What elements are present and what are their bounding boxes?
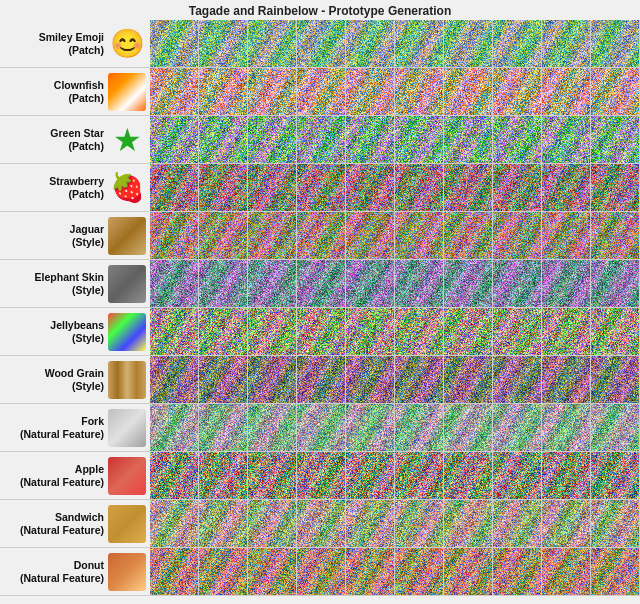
- grid-cell-strawberry-3: [297, 164, 346, 211]
- grid-row-elephant-skin: [150, 260, 640, 308]
- grid-cell-fork-3: [297, 404, 346, 451]
- label-icon-strawberry: 🍓: [108, 169, 146, 207]
- grid-cell-elephant-skin-5: [395, 260, 444, 307]
- grid-cell-smiley-emoji-3: [297, 20, 346, 67]
- grid-cell-green-star-8: [542, 116, 591, 163]
- label-icon-elephant-skin: [108, 265, 146, 303]
- grid-cell-clownfish-0: [150, 68, 199, 115]
- label-text-smiley-emoji: Smiley Emoji(Patch): [39, 31, 104, 56]
- grid-cell-green-star-5: [395, 116, 444, 163]
- label-row-strawberry: Strawberry(Patch)🍓: [0, 164, 150, 212]
- grid-cell-jaguar-5: [395, 212, 444, 259]
- grid-cell-clownfish-6: [444, 68, 493, 115]
- grid-cell-elephant-skin-3: [297, 260, 346, 307]
- grid-cell-green-star-6: [444, 116, 493, 163]
- grid-cell-smiley-emoji-2: [248, 20, 297, 67]
- grid-row-green-star: [150, 116, 640, 164]
- grid-cell-wood-grain-9: [591, 356, 640, 403]
- grid-cell-wood-grain-8: [542, 356, 591, 403]
- label-icon-green-star: ★: [108, 121, 146, 159]
- grid-cell-jaguar-2: [248, 212, 297, 259]
- grid-cell-elephant-skin-9: [591, 260, 640, 307]
- grid-cell-jellybeans-7: [493, 308, 542, 355]
- grid-cell-jellybeans-3: [297, 308, 346, 355]
- label-text-wood-grain: Wood Grain(Style): [45, 367, 104, 392]
- grid-cell-clownfish-9: [591, 68, 640, 115]
- label-icon-smiley-emoji: 😊: [108, 25, 146, 63]
- label-row-donut: Donut(Natural Feature): [0, 548, 150, 596]
- grid-cell-strawberry-7: [493, 164, 542, 211]
- labels-column: Smiley Emoji(Patch)😊Clownfish(Patch)Gree…: [0, 20, 150, 596]
- grid-cell-strawberry-9: [591, 164, 640, 211]
- grid-cell-fork-1: [199, 404, 248, 451]
- grid-cell-apple-4: [346, 452, 395, 499]
- grid-cell-sandwich-1: [199, 500, 248, 547]
- grid-cell-strawberry-0: [150, 164, 199, 211]
- grid-cell-jaguar-9: [591, 212, 640, 259]
- label-text-jellybeans: Jellybeans(Style): [50, 319, 104, 344]
- grid-cell-wood-grain-1: [199, 356, 248, 403]
- page-title: Tagade and Rainbelow - Prototype Generat…: [0, 0, 640, 20]
- grid-cell-donut-1: [199, 548, 248, 595]
- label-text-strawberry: Strawberry(Patch): [49, 175, 104, 200]
- grid-cell-clownfish-5: [395, 68, 444, 115]
- grid-row-donut: [150, 548, 640, 596]
- label-row-smiley-emoji: Smiley Emoji(Patch)😊: [0, 20, 150, 68]
- grid-cell-green-star-0: [150, 116, 199, 163]
- grid-cell-sandwich-7: [493, 500, 542, 547]
- grid-cell-donut-4: [346, 548, 395, 595]
- grid-cell-sandwich-5: [395, 500, 444, 547]
- label-row-wood-grain: Wood Grain(Style): [0, 356, 150, 404]
- grid-cell-apple-5: [395, 452, 444, 499]
- grid-cell-donut-3: [297, 548, 346, 595]
- grid-cell-elephant-skin-0: [150, 260, 199, 307]
- label-text-sandwich: Sandwich(Natural Feature): [20, 511, 104, 536]
- grid-row-apple: [150, 452, 640, 500]
- grid-cell-elephant-skin-1: [199, 260, 248, 307]
- grid-cell-elephant-skin-4: [346, 260, 395, 307]
- grid-cell-fork-2: [248, 404, 297, 451]
- grid-cell-apple-7: [493, 452, 542, 499]
- grid-cell-strawberry-8: [542, 164, 591, 211]
- grid-cell-donut-0: [150, 548, 199, 595]
- grid-cell-jellybeans-1: [199, 308, 248, 355]
- grid-cell-smiley-emoji-4: [346, 20, 395, 67]
- grid-cell-elephant-skin-8: [542, 260, 591, 307]
- grid-cell-wood-grain-2: [248, 356, 297, 403]
- grid-cell-wood-grain-0: [150, 356, 199, 403]
- grid-row-strawberry: [150, 164, 640, 212]
- label-row-elephant-skin: Elephant Skin(Style): [0, 260, 150, 308]
- grid-cell-jellybeans-2: [248, 308, 297, 355]
- grid-cell-donut-8: [542, 548, 591, 595]
- label-row-jaguar: Jaguar(Style): [0, 212, 150, 260]
- label-icon-clownfish: [108, 73, 146, 111]
- grid-cell-clownfish-4: [346, 68, 395, 115]
- grid-cell-donut-6: [444, 548, 493, 595]
- grid-cell-donut-7: [493, 548, 542, 595]
- grid-cell-sandwich-8: [542, 500, 591, 547]
- label-icon-jellybeans: [108, 313, 146, 351]
- grid-cell-fork-7: [493, 404, 542, 451]
- grid-row-sandwich: [150, 500, 640, 548]
- grid-cell-clownfish-8: [542, 68, 591, 115]
- grid-cell-smiley-emoji-0: [150, 20, 199, 67]
- label-icon-sandwich: [108, 505, 146, 543]
- label-text-elephant-skin: Elephant Skin(Style): [35, 271, 104, 296]
- grid-cell-wood-grain-3: [297, 356, 346, 403]
- grid-cell-sandwich-3: [297, 500, 346, 547]
- grid-cell-sandwich-2: [248, 500, 297, 547]
- main-container: Smiley Emoji(Patch)😊Clownfish(Patch)Gree…: [0, 20, 640, 596]
- grid-cell-green-star-3: [297, 116, 346, 163]
- grid-cell-jaguar-6: [444, 212, 493, 259]
- label-row-clownfish: Clownfish(Patch): [0, 68, 150, 116]
- grid-cell-apple-6: [444, 452, 493, 499]
- grid-cell-elephant-skin-7: [493, 260, 542, 307]
- label-row-green-star: Green Star(Patch)★: [0, 116, 150, 164]
- grid-cell-jaguar-4: [346, 212, 395, 259]
- grid-cell-fork-9: [591, 404, 640, 451]
- grid-cell-apple-1: [199, 452, 248, 499]
- grid-cell-jaguar-7: [493, 212, 542, 259]
- grid-cell-clownfish-2: [248, 68, 297, 115]
- grid-cell-clownfish-1: [199, 68, 248, 115]
- label-row-sandwich: Sandwich(Natural Feature): [0, 500, 150, 548]
